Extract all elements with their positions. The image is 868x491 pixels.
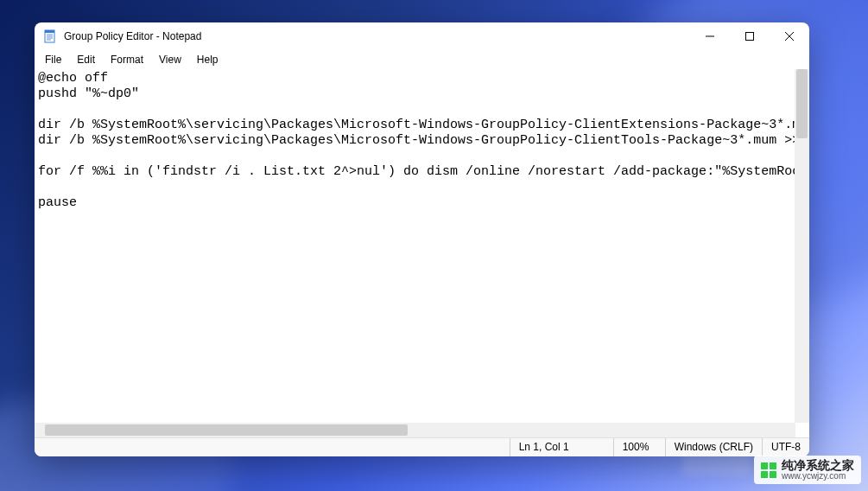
- svg-rect-1: [45, 30, 54, 33]
- watermark-text: 纯净系统之家: [782, 459, 854, 471]
- menu-format[interactable]: Format: [104, 52, 150, 67]
- notepad-icon: [43, 29, 57, 43]
- menu-edit[interactable]: Edit: [70, 52, 102, 67]
- minimize-button[interactable]: [690, 22, 730, 50]
- watermark-url: www.ycwjzy.com: [782, 471, 854, 481]
- menu-file[interactable]: File: [38, 52, 68, 67]
- watermark-logo-icon: [761, 462, 776, 478]
- text-editor[interactable]: @echo off pushd "%~dp0" dir /b %SystemRo…: [35, 69, 809, 437]
- menu-view[interactable]: View: [152, 52, 188, 67]
- status-line-ending: Windows (CRLF): [665, 438, 762, 456]
- watermark: 纯净系统之家 www.ycwjzy.com: [754, 456, 861, 484]
- horizontal-scrollbar[interactable]: [35, 423, 795, 437]
- window-controls: [690, 22, 809, 50]
- menu-help[interactable]: Help: [190, 52, 225, 67]
- close-button[interactable]: [770, 22, 809, 50]
- status-position: Ln 1, Col 1: [510, 438, 613, 456]
- notepad-window: Group Policy Editor - Notepad File Edit …: [35, 22, 809, 456]
- titlebar[interactable]: Group Policy Editor - Notepad: [35, 22, 809, 50]
- vertical-scrollbar[interactable]: [795, 69, 809, 423]
- window-title: Group Policy Editor - Notepad: [64, 30, 201, 42]
- status-zoom: 100%: [613, 438, 665, 456]
- editor-area: @echo off pushd "%~dp0" dir /b %SystemRo…: [35, 69, 809, 437]
- maximize-button[interactable]: [730, 22, 770, 50]
- vertical-scrollbar-thumb[interactable]: [796, 69, 808, 138]
- svg-rect-7: [746, 33, 754, 41]
- statusbar: Ln 1, Col 1 100% Windows (CRLF) UTF-8: [35, 437, 809, 456]
- horizontal-scrollbar-thumb[interactable]: [45, 424, 408, 436]
- menubar: File Edit Format View Help: [35, 50, 809, 69]
- status-encoding: UTF-8: [762, 438, 809, 456]
